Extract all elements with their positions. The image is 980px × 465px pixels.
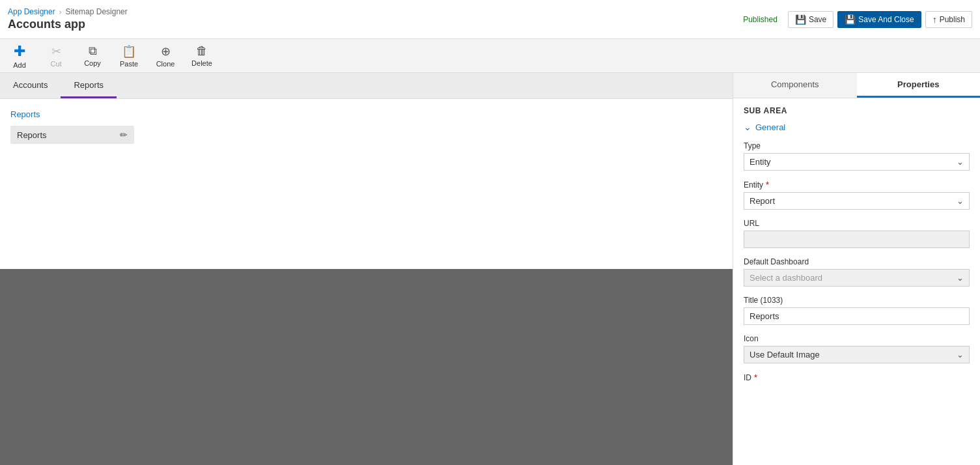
tab-reports-label: Reports — [74, 80, 104, 90]
default-dashboard-select[interactable]: Select a dashboard ⌄ — [744, 269, 970, 287]
tab-bar: Accounts Reports — [0, 73, 733, 99]
add-button[interactable]: ✚ Add — [8, 43, 31, 69]
url-field-group: URL — [744, 219, 970, 248]
tab-properties[interactable]: Properties — [857, 73, 981, 98]
components-label: Components — [771, 79, 819, 89]
cut-label: Cut — [50, 60, 61, 68]
default-dashboard-placeholder: Select a dashboard — [749, 273, 822, 283]
title-input[interactable] — [744, 307, 970, 325]
canvas-footer — [0, 269, 733, 465]
type-dropdown-arrow: ⌄ — [957, 157, 964, 167]
add-label: Add — [13, 61, 26, 69]
general-section-label: General — [755, 122, 785, 132]
paste-button[interactable]: 📋 Paste — [117, 44, 141, 68]
tab-components[interactable]: Components — [733, 73, 857, 98]
entity-label: Entity * — [744, 180, 970, 190]
published-label: Published — [743, 15, 777, 24]
icon-value: Use Default Image — [749, 350, 820, 359]
breadcrumb-separator: › — [59, 8, 62, 16]
icon-select[interactable]: Use Default Image ⌄ — [744, 346, 970, 363]
paste-label: Paste — [120, 60, 138, 68]
general-section-toggle[interactable]: ⌄ General — [744, 122, 970, 132]
top-bar: App Designer › Sitemap Designer Accounts… — [0, 0, 980, 39]
cut-icon: ✂ — [51, 44, 61, 59]
right-panel: Components Properties SUB AREA ⌄ General… — [733, 73, 980, 465]
paste-icon: 📋 — [122, 44, 136, 59]
app-title: Accounts app — [8, 18, 128, 31]
chevron-down-icon: ⌄ — [744, 122, 751, 132]
group-area: Reports Reports ✏ — [0, 99, 733, 154]
entity-required-star: * — [766, 180, 769, 190]
type-select[interactable]: Entity ⌄ — [744, 153, 970, 171]
default-dashboard-field-group: Default Dashboard Select a dashboard ⌄ — [744, 257, 970, 287]
entity-field-group: Entity * Report ⌄ — [744, 180, 970, 210]
top-bar-right: Published 💾 Save 💾 Save And Close ↑ Publ… — [743, 11, 972, 28]
copy-label: Copy — [84, 59, 101, 67]
url-label: URL — [744, 219, 970, 228]
canvas: Accounts Reports Reports Reports ✏ — [0, 73, 733, 465]
entity-select[interactable]: Report ⌄ — [744, 192, 970, 210]
id-field-group: ID * — [744, 373, 970, 382]
save-icon: 💾 — [795, 14, 806, 25]
copy-button[interactable]: ⧉ Copy — [81, 44, 104, 67]
title-field-group: Title (1033) — [744, 296, 970, 325]
main-area: Accounts Reports Reports Reports ✏ Compo… — [0, 73, 980, 465]
clone-icon: ⊕ — [161, 44, 171, 59]
entity-dropdown-arrow: ⌄ — [957, 196, 964, 206]
top-bar-left: App Designer › Sitemap Designer Accounts… — [8, 7, 128, 31]
save-and-close-label: Save And Close — [858, 15, 914, 24]
properties-label: Properties — [897, 79, 939, 89]
edit-icon[interactable]: ✏ — [120, 130, 128, 140]
breadcrumb-app-designer[interactable]: App Designer — [8, 7, 55, 16]
type-field-group: Type Entity ⌄ — [744, 141, 970, 171]
canvas-inner: Accounts Reports Reports Reports ✏ — [0, 73, 733, 269]
cut-button[interactable]: ✂ Cut — [44, 44, 68, 68]
type-value: Entity — [749, 157, 771, 167]
icon-label: Icon — [744, 334, 970, 343]
delete-icon: 🗑 — [196, 44, 208, 58]
title-label: Title (1033) — [744, 296, 970, 305]
dashboard-dropdown-arrow: ⌄ — [957, 273, 964, 283]
publish-icon: ↑ — [932, 14, 937, 25]
publish-label: Publish — [940, 15, 965, 24]
panel-tabs: Components Properties — [733, 73, 980, 98]
delete-label: Delete — [191, 59, 212, 67]
panel-body: SUB AREA ⌄ General Type Entity ⌄ Entity … — [733, 98, 980, 399]
sub-area-heading: SUB AREA — [744, 106, 970, 115]
type-label: Type — [744, 141, 970, 150]
icon-field-group: Icon Use Default Image ⌄ — [744, 334, 970, 363]
clone-label: Clone — [156, 60, 175, 68]
publish-button[interactable]: ↑ Publish — [925, 11, 972, 28]
save-and-close-icon: 💾 — [845, 14, 856, 25]
save-label: Save — [809, 15, 826, 24]
save-and-close-button[interactable]: 💾 Save And Close — [837, 11, 921, 28]
default-dashboard-label: Default Dashboard — [744, 257, 970, 266]
clone-button[interactable]: ⊕ Clone — [154, 44, 177, 68]
breadcrumb-sitemap-designer: Sitemap Designer — [65, 7, 127, 16]
id-required-star: * — [754, 373, 757, 382]
save-button[interactable]: 💾 Save — [788, 11, 833, 28]
id-label: ID * — [744, 373, 970, 382]
tab-reports[interactable]: Reports — [61, 73, 117, 98]
tab-accounts-label: Accounts — [13, 80, 48, 90]
tab-accounts[interactable]: Accounts — [0, 73, 61, 98]
subarea-item[interactable]: Reports ✏ — [10, 126, 134, 144]
add-icon: ✚ — [14, 43, 25, 60]
breadcrumb: App Designer › Sitemap Designer — [8, 7, 128, 16]
toolbar: ✚ Add ✂ Cut ⧉ Copy 📋 Paste ⊕ Clone 🗑 Del… — [0, 39, 980, 73]
icon-dropdown-arrow: ⌄ — [957, 350, 964, 359]
entity-value: Report — [749, 196, 775, 206]
group-title: Reports — [10, 109, 722, 119]
url-input[interactable] — [744, 231, 970, 248]
delete-button[interactable]: 🗑 Delete — [190, 44, 214, 67]
copy-icon: ⧉ — [89, 44, 97, 58]
subarea-item-label: Reports — [17, 130, 47, 140]
